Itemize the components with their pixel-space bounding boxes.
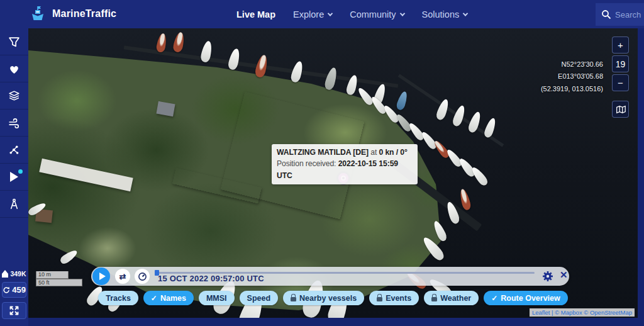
- toolbar-label: Names: [160, 294, 186, 303]
- expand-icon: [9, 305, 19, 316]
- toolbar-names[interactable]: ✓Names: [143, 291, 194, 305]
- search-input[interactable]: [615, 10, 644, 20]
- search-icon: [601, 9, 611, 20]
- tooltip-line1: WALTZING MATILDA [DE] at 0 kn / 0°: [277, 147, 413, 158]
- lock-icon: [291, 297, 296, 301]
- layers-tool[interactable]: [0, 82, 28, 110]
- timeline-timestamp: 15 OCT 2022 09:57:00 UTC: [158, 274, 264, 283]
- playback-timeline: ⇄ 15 OCT 2022 09:57:00 UTC ✕: [91, 267, 569, 286]
- toolbar-route-overview[interactable]: ✓Route Overview: [484, 291, 568, 305]
- play-button[interactable]: [92, 267, 110, 285]
- play-icon: [10, 172, 18, 182]
- brand-logo[interactable]: MarineTraffic: [29, 5, 116, 23]
- toolbar-tracks[interactable]: Tracks: [98, 291, 138, 305]
- gear-icon: [541, 270, 554, 283]
- map-attribution[interactable]: Leaflet | © Mapbox © OpenStreetMap: [530, 308, 635, 317]
- filters-tool[interactable]: [0, 28, 28, 55]
- left-sidebar: 349K 459: [0, 28, 28, 326]
- toolbar-label: Events: [386, 294, 411, 303]
- boat: [396, 91, 409, 111]
- boat: [172, 31, 186, 53]
- chevron-down-icon: [328, 11, 333, 16]
- vessel-count[interactable]: 349K: [0, 270, 28, 278]
- compare-button[interactable]: ⇄: [115, 269, 130, 284]
- toolbar-nearby-vessels[interactable]: Nearby vessels: [283, 291, 364, 305]
- vessel-icon: [2, 270, 8, 278]
- wind-icon: [8, 118, 20, 128]
- toolbar-label: Nearby vessels: [299, 294, 357, 303]
- boat: [452, 104, 467, 128]
- playback-tool[interactable]: [0, 164, 28, 191]
- chevron-down-icon: [463, 11, 468, 16]
- toolbar-weather[interactable]: Weather: [424, 291, 479, 305]
- map-scale: 10 m 50 ft: [36, 271, 82, 286]
- nav-explore[interactable]: Explore: [293, 9, 332, 20]
- ship-logo-icon: [29, 5, 47, 23]
- nav-solutions[interactable]: Solutions: [422, 9, 468, 20]
- lock-icon: [377, 297, 382, 301]
- toolbar-events[interactable]: Events: [369, 291, 419, 305]
- basemap-button[interactable]: [612, 101, 629, 118]
- compass-divider-icon: [8, 198, 20, 210]
- toolbar-label: Route Overview: [501, 294, 560, 303]
- tooltip-line2: Position received: 2022-10-15 15:59 UTC: [277, 158, 413, 181]
- zoom-out-button[interactable]: −: [612, 74, 629, 91]
- boat: [227, 48, 242, 71]
- boat: [458, 188, 472, 211]
- weather-tool[interactable]: [0, 110, 28, 137]
- playback-speed-button[interactable]: [135, 269, 150, 284]
- favorites-tool[interactable]: [0, 55, 28, 82]
- main-nav: Live Map Explore Community Solutions: [236, 0, 467, 28]
- nav-live-map[interactable]: Live Map: [236, 9, 275, 20]
- check-icon: ✓: [491, 294, 497, 303]
- toolbar-mmsi[interactable]: MMSI: [199, 291, 235, 305]
- brand-name: MarineTraffic: [52, 8, 116, 20]
- notification-dot: [18, 169, 23, 174]
- toolbar-label: MMSI: [206, 294, 227, 303]
- search-box[interactable]: [596, 3, 644, 26]
- toolbar-speed[interactable]: Speed: [240, 291, 279, 305]
- map-icon: [615, 104, 626, 115]
- map-canvas[interactable]: WALTZING MATILDA [DE] at 0 kn / 0° Posit…: [28, 28, 638, 318]
- speedometer-icon: [138, 272, 147, 281]
- network-icon: [8, 144, 20, 155]
- nav-community[interactable]: Community: [350, 9, 404, 20]
- sidebar-counters: 349K 459: [0, 270, 28, 326]
- refresh-icon: [3, 286, 10, 295]
- toolbar-label: Tracks: [106, 294, 131, 303]
- zoom-in-button[interactable]: +: [612, 37, 629, 53]
- check-icon: ✓: [151, 294, 157, 303]
- lock-icon: [431, 297, 437, 301]
- marinetraffic-app: WALTZING MATILDA [DE] at 0 kn / 0° Posit…: [0, 0, 644, 326]
- connections-tool[interactable]: [0, 137, 28, 164]
- timeline-close-button[interactable]: ✕: [560, 269, 568, 281]
- chevron-down-icon: [399, 11, 404, 16]
- boat: [156, 33, 168, 53]
- heart-icon: [8, 64, 20, 74]
- layers-icon: [8, 90, 20, 101]
- scale-metric: 10 m: [36, 271, 69, 279]
- measure-tool[interactable]: [0, 191, 28, 218]
- toolbar-label: Speed: [247, 294, 271, 303]
- top-navbar: MarineTraffic Live Map Explore Community…: [0, 0, 644, 28]
- cursor-coordinates: N52°23'30.66 E013°03'05.68 (52.3919, 013…: [541, 59, 603, 95]
- map-toolbar: Tracks✓NamesMMSISpeedNearby vesselsEvent…: [28, 291, 638, 305]
- zoom-level: 19: [612, 55, 629, 72]
- refresh-count[interactable]: 459: [2, 282, 26, 298]
- scale-imperial: 50 ft: [36, 279, 82, 286]
- timeline-settings-button[interactable]: [541, 270, 554, 283]
- vessel-tooltip: WALTZING MATILDA [DE] at 0 kn / 0° Posit…: [272, 144, 418, 184]
- boat: [483, 117, 497, 139]
- toolbar-label: Weather: [440, 294, 471, 303]
- expand-button[interactable]: [2, 302, 26, 319]
- filter-icon: [8, 37, 20, 47]
